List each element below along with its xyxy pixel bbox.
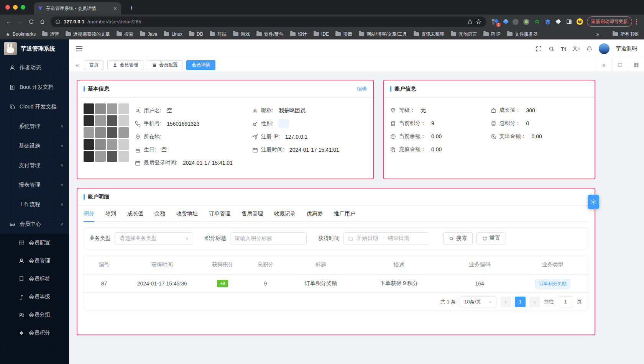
tab-signin[interactable]: 签到	[105, 206, 116, 221]
bookmark-folder[interactable]: 设计	[290, 31, 307, 38]
bookmarks-root[interactable]: Bookmarks	[5, 31, 36, 37]
home-icon[interactable]	[37, 16, 48, 27]
tab-address[interactable]: 收货地址	[176, 206, 198, 221]
sidebar-item-payment-mgmt[interactable]: 支付管理 ∨	[0, 156, 69, 175]
points-title-input[interactable]	[235, 235, 302, 241]
tab-growth[interactable]: 成长值	[127, 206, 143, 221]
sidebar-item-report-mgmt[interactable]: 报表管理 ∨	[0, 175, 69, 195]
share-icon[interactable]	[467, 19, 473, 25]
tab-points[interactable]: 积分	[84, 206, 94, 221]
date-range-picker[interactable]: 开始日期 – 结束日期	[343, 232, 429, 244]
close-tab-icon[interactable]: ✕	[113, 6, 117, 11]
fullscreen-icon[interactable]	[536, 46, 542, 52]
layout-grid-icon[interactable]	[628, 58, 644, 72]
close-window-button[interactable]	[5, 5, 10, 10]
refresh-page-icon[interactable]	[612, 58, 628, 72]
tab-orders[interactable]: 订单管理	[209, 206, 230, 221]
theme-settings-handle[interactable]	[588, 195, 599, 209]
bookmark-folder[interactable]: PHP	[483, 31, 501, 37]
table-row[interactable]: 87 2024-01-17 15:45:36 +9 9 订单积分奖励 下单获得 …	[84, 274, 588, 292]
bookmarks-overflow-chevron[interactable]: »	[596, 31, 599, 37]
bookmark-folder[interactable]: 网站/博客/文章/工具	[359, 31, 407, 38]
sidebar-item-member-groups[interactable]: 会员分组	[0, 306, 69, 324]
edit-button[interactable]: 编辑	[357, 85, 367, 92]
bookmark-folder[interactable]: 搜索	[117, 31, 133, 38]
extensions-puzzle-icon[interactable]	[555, 19, 562, 25]
sidebar-item-member-points[interactable]: 会员积分	[0, 324, 69, 342]
view-tab-member-mgmt[interactable]: 会员管理	[107, 60, 143, 70]
current-page-button[interactable]: 1	[515, 297, 526, 307]
tab-referrals[interactable]: 推广用户	[334, 206, 355, 221]
sidebar-item-member-level[interactable]: 会员等级	[0, 288, 69, 306]
new-tab-button[interactable]: +	[127, 3, 136, 13]
scroll-tabs-left-icon[interactable]: «	[74, 62, 80, 68]
site-info-icon[interactable]	[55, 19, 61, 25]
bookmark-folder[interactable]: IDE	[314, 31, 329, 37]
view-tab-member-config[interactable]: 会员配置	[147, 60, 183, 70]
bookmark-folder[interactable]: Java	[140, 31, 157, 37]
minimize-window-button[interactable]	[13, 5, 18, 10]
title-bar-accent	[84, 194, 85, 200]
scroll-tabs-right-icon[interactable]: »	[596, 58, 612, 72]
browser-update-button[interactable]: 重新启动即可更新	[587, 16, 632, 27]
forward-icon[interactable]: →	[15, 16, 25, 27]
browser-menu-icon[interactable]	[633, 19, 640, 25]
sidebar-item-author-feed[interactable]: 作者动态	[0, 58, 69, 77]
extension-dot-icon[interactable]	[523, 19, 529, 25]
sidebar-item-member-config[interactable]: 会员配置	[0, 234, 69, 252]
search-icon[interactable]	[548, 46, 555, 52]
translate-icon[interactable]: 文A	[572, 45, 580, 52]
emoji-extension-icon[interactable]	[577, 18, 583, 25]
maximize-window-button[interactable]	[21, 5, 25, 10]
all-bookmarks-folder[interactable]: 所有书签	[613, 31, 639, 38]
bookmark-star-icon[interactable]	[476, 19, 481, 25]
back-icon[interactable]: ←	[4, 16, 14, 27]
bookmark-folder[interactable]: 游戏	[233, 31, 250, 38]
extension-star-icon[interactable]	[534, 19, 540, 25]
username[interactable]: 芋道源码	[616, 45, 637, 52]
bookmark-folder[interactable]: 运营	[42, 31, 59, 38]
font-size-button[interactable]: Tt	[561, 46, 566, 52]
tab-coupons[interactable]: 优惠券	[307, 206, 323, 221]
bookmark-folder[interactable]: 其他语言	[451, 31, 477, 38]
sidebar-item-member-center[interactable]: 会员中心 ∧	[0, 214, 69, 234]
bookmark-folder[interactable]: 软件/硬件	[256, 31, 284, 38]
split-view-icon[interactable]	[566, 19, 572, 25]
business-type-select[interactable]: 请选择业务类型 ∨	[115, 232, 193, 244]
tab-favorites[interactable]: 收藏记录	[274, 206, 296, 221]
bookmark-folder[interactable]: 前端	[210, 31, 227, 38]
tab-balance[interactable]: 余额	[154, 206, 165, 221]
user-avatar[interactable]	[599, 43, 610, 54]
sidebar-item-member-tags[interactable]: 会员标签	[0, 270, 69, 288]
extension-layers-icon[interactable]	[545, 19, 551, 25]
search-button[interactable]: 搜索	[443, 232, 473, 244]
collapse-sidebar-icon[interactable]	[76, 46, 82, 51]
bookmark-folder[interactable]: 文件服务器	[507, 31, 538, 38]
bookmark-folder[interactable]: Linux	[164, 31, 182, 37]
prev-page-button[interactable]: ‹	[500, 297, 511, 307]
sidebar-item-cloud-docs[interactable]: Cloud 开发文档	[0, 97, 69, 116]
view-tab-home[interactable]: 首页	[84, 60, 104, 70]
sidebar-item-member-mgmt[interactable]: 会员管理	[0, 252, 69, 270]
sidebar-item-system-mgmt[interactable]: 系统管理 ∨	[0, 116, 69, 136]
page-size-select[interactable]: 10条/页 ∨	[460, 297, 496, 307]
sidebar-item-boot-docs[interactable]: Boot 开发文档	[0, 77, 69, 97]
bookmark-folder[interactable]: 资讯未整理	[414, 31, 444, 38]
extension-kite-icon[interactable]	[503, 19, 509, 25]
reset-button[interactable]: 重置	[476, 232, 506, 244]
sidebar-item-workflow[interactable]: 工作流程 ∨	[0, 195, 69, 214]
bell-icon[interactable]	[586, 46, 593, 52]
sidebar-item-infrastructure[interactable]: 基础设施 ∨	[0, 136, 69, 156]
bookmark-folder[interactable]: 近期需要读的文章	[66, 31, 110, 38]
address-bar[interactable]: 127.0.0.1 /member/user/detail/285	[51, 16, 486, 27]
view-tab-member-detail[interactable]: 会员详情	[186, 60, 215, 70]
extension-circle-icon[interactable]	[513, 19, 519, 25]
next-page-button[interactable]: ›	[529, 297, 540, 307]
goto-page-input[interactable]	[558, 297, 573, 307]
reload-icon[interactable]	[26, 16, 36, 27]
browser-tab[interactable]: 芋道管理系统 - 会员详情 ✕	[34, 2, 121, 15]
bookmark-folder[interactable]: 项目	[335, 31, 352, 38]
bookmark-folder[interactable]: DB	[189, 31, 203, 37]
tab-aftersale[interactable]: 售后管理	[242, 206, 263, 221]
extension-grid-icon[interactable]: 6	[492, 19, 499, 25]
